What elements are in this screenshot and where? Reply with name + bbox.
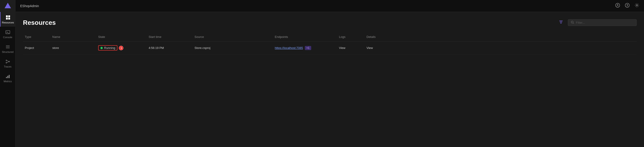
endpoint-extra-badge[interactable]: +1 [305, 46, 311, 50]
svg-rect-17 [9, 75, 10, 78]
svg-line-14 [7, 62, 9, 63]
sidebar-item-traces-label: Traces [4, 65, 12, 68]
svg-rect-15 [6, 77, 7, 78]
col-type: Type [23, 34, 50, 40]
cell-name: store [50, 45, 96, 51]
resources-icon [5, 15, 11, 20]
cell-details: View [365, 45, 392, 51]
cell-logs: View [337, 45, 365, 51]
topbar-actions: ? [615, 3, 640, 9]
cell-source: Store.csproj [193, 45, 273, 51]
cell-start-time: 4:56:19 PM [147, 45, 193, 51]
col-name: Name [50, 34, 96, 40]
svg-rect-5 [6, 31, 10, 34]
svg-point-12 [6, 62, 7, 63]
sidebar-item-metrics-label: Metrics [4, 80, 12, 83]
sidebar-item-console-label: Console [3, 36, 12, 39]
sidebar-item-structured-label: Structured [2, 51, 14, 53]
logo-icon [4, 2, 12, 10]
state-highlight-box: Running [98, 45, 118, 51]
cell-type: Project [23, 45, 50, 51]
svg-line-13 [7, 60, 9, 62]
metrics-icon [5, 74, 10, 79]
col-start-time: Start time [147, 34, 193, 40]
col-state: State [96, 34, 147, 40]
header-actions [557, 18, 637, 27]
page-content: Resources [16, 12, 644, 147]
settings-icon[interactable] [634, 3, 640, 9]
github-icon[interactable] [615, 3, 620, 9]
running-indicator [100, 47, 103, 49]
svg-point-10 [6, 60, 7, 61]
svg-text:?: ? [626, 4, 628, 7]
state-wrapper: Running 1 [98, 45, 145, 51]
svg-point-22 [636, 5, 638, 6]
cell-endpoints: https://localhost:7085 +1 [273, 45, 337, 51]
topbar: EShopAdmin ? [16, 0, 644, 12]
filter-button[interactable] [557, 18, 565, 27]
cell-state: Running 1 [96, 44, 147, 51]
svg-marker-0 [4, 3, 11, 8]
table-header: Type Name State Start time Source Endpoi… [23, 32, 637, 42]
logs-view-link[interactable]: View [339, 46, 346, 50]
svg-rect-16 [7, 76, 8, 78]
structured-icon [5, 44, 10, 50]
sidebar-item-structured[interactable]: Structured [0, 41, 16, 56]
svg-point-26 [571, 21, 573, 23]
search-icon [571, 21, 574, 25]
traces-icon [5, 59, 10, 64]
col-endpoints: Endpoints [273, 34, 337, 40]
search-box [568, 19, 637, 26]
sidebar: Resources Console Structured [0, 0, 16, 147]
svg-rect-1 [6, 15, 8, 17]
svg-point-11 [9, 61, 10, 62]
resources-table: Type Name State Start time Source Endpoi… [23, 32, 637, 54]
svg-rect-2 [8, 15, 10, 17]
svg-line-27 [573, 23, 574, 24]
content-header: Resources [23, 18, 637, 27]
console-icon [5, 29, 10, 35]
sidebar-item-metrics[interactable]: Metrics [0, 71, 16, 85]
sidebar-item-resources-label: Resources [2, 21, 14, 24]
page-title: Resources [23, 19, 56, 26]
app-title: EShopAdmin [20, 4, 39, 8]
endpoint-link[interactable]: https://localhost:7085 [275, 46, 303, 50]
notification-badge[interactable]: 1 [119, 46, 124, 50]
col-logs: Logs [337, 34, 365, 40]
main-content: EShopAdmin ? [16, 0, 644, 147]
sidebar-item-resources[interactable]: Resources [0, 12, 16, 27]
svg-rect-3 [6, 18, 8, 20]
state-label: Running [104, 46, 115, 50]
sidebar-item-console[interactable]: Console [0, 27, 16, 41]
svg-point-18 [616, 3, 620, 7]
svg-point-19 [617, 4, 618, 5]
search-input[interactable] [576, 21, 634, 24]
details-view-link[interactable]: View [366, 46, 373, 50]
table-row: Project store Running 1 4:56:19 PM Store… [23, 42, 637, 54]
app-logo[interactable] [0, 0, 16, 12]
col-source: Source [193, 34, 273, 40]
help-icon[interactable]: ? [625, 3, 630, 9]
col-details: Details [365, 34, 392, 40]
svg-rect-4 [8, 18, 10, 20]
sidebar-item-traces[interactable]: Traces [0, 56, 16, 71]
